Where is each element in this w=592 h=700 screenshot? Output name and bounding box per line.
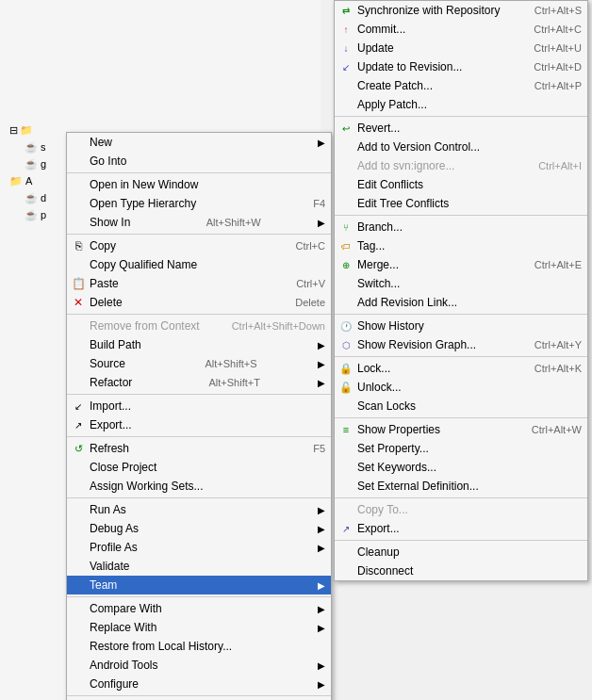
menu-item-paste[interactable]: 📋 Paste Ctrl+V — [67, 274, 331, 293]
menu-item-create-patch[interactable]: Create Patch... Ctrl+Alt+P — [335, 76, 587, 95]
menu-label: Paste — [90, 277, 119, 290]
menu-label: Profile As — [90, 541, 138, 554]
menu-label: Set External Definition... — [357, 480, 479, 493]
menu-item-copy[interactable]: ⎘ Copy Ctrl+C — [67, 236, 331, 255]
menu-label: Add to Version Control... — [357, 140, 480, 154]
menu-label: Switch... — [357, 277, 400, 290]
menu-item-update-revision[interactable]: ↙ Update to Revision... Ctrl+Alt+D — [335, 57, 587, 76]
menu-item-cleanup[interactable]: Cleanup — [335, 543, 587, 562]
menu-item-delete[interactable]: ✕ Delete Delete — [67, 293, 331, 312]
menu-item-tag[interactable]: 🏷 Tag... — [335, 236, 587, 255]
menu-item-copy-to[interactable]: Copy To... — [335, 500, 587, 519]
menu-item-refresh[interactable]: ↺ Refresh F5 — [67, 439, 331, 458]
submenu-arrow: ▶ — [318, 580, 325, 591]
shortcut: Ctrl+Alt+P — [516, 80, 582, 91]
menu-item-run-as[interactable]: Run As ▶ — [67, 500, 331, 519]
menu-item-add-revision-link[interactable]: Add Revision Link... — [335, 293, 587, 312]
branch-icon: ⑂ — [338, 220, 354, 235]
menu-label: Copy To... — [357, 503, 408, 516]
menu-item-configure[interactable]: Configure ▶ — [67, 675, 331, 693]
menu-item-import[interactable]: ↙ Import... — [67, 397, 331, 415]
menu-label: Copy — [90, 239, 116, 252]
menu-item-branch[interactable]: ⑂ Branch... — [335, 218, 587, 236]
menu-item-show-revision-graph[interactable]: ⬡ Show Revision Graph... Ctrl+Alt+Y — [335, 335, 587, 354]
shortcut: F4 — [294, 198, 325, 209]
menu-item-team[interactable]: Team ▶ — [67, 576, 331, 594]
remove-icon — [71, 318, 86, 334]
menu-item-set-keywords[interactable]: Set Keywords... — [335, 458, 587, 477]
menu-item-unlock[interactable]: 🔓 Unlock... — [335, 378, 587, 397]
menu-item-restore-local[interactable]: Restore from Local History... — [67, 637, 331, 656]
menu-item-compare-with[interactable]: Compare With ▶ — [67, 599, 331, 618]
menu-item-source[interactable]: Source Alt+Shift+S ▶ — [67, 354, 331, 373]
menu-item-revert[interactable]: ↩ Revert... — [335, 119, 587, 138]
menu-item-copy-qualified[interactable]: Copy Qualified Name — [67, 255, 331, 274]
menu-label: Apply Patch... — [357, 98, 427, 111]
shortcut: Ctrl+Alt+U — [515, 42, 582, 54]
menu-item-show-history[interactable]: 🕐 Show History — [335, 317, 587, 335]
separator — [67, 596, 331, 597]
shortcut: Delete — [276, 297, 325, 308]
menu-item-remove-context[interactable]: Remove from Context Ctrl+Alt+Shift+Down — [67, 317, 331, 335]
separator — [67, 172, 331, 173]
menu-item-replace-with[interactable]: Replace With ▶ — [67, 618, 331, 637]
menu-item-show-properties[interactable]: ≡ Show Properties Ctrl+Alt+W — [335, 420, 587, 439]
shortcut: Ctrl+C — [277, 240, 325, 252]
menu-item-open-type-hierarchy[interactable]: Open Type Hierarchy F4 — [67, 194, 331, 213]
menu-item-show-in[interactable]: Show In Alt+Shift+W ▶ — [67, 213, 331, 232]
menu-item-apply-patch[interactable]: Apply Patch... — [335, 95, 587, 114]
menu-item-export-right[interactable]: ↗ Export... — [335, 519, 587, 538]
menu-label: Open Type Hierarchy — [90, 197, 196, 210]
shortcut: Ctrl+Alt+W — [513, 424, 582, 435]
menu-item-build-path[interactable]: Build Path ▶ — [67, 335, 331, 354]
menu-label: Show In — [90, 216, 130, 229]
menu-item-refactor[interactable]: Refactor Alt+Shift+T ▶ — [67, 373, 331, 392]
menu-item-disconnect[interactable]: Disconnect — [335, 562, 587, 580]
menu-item-validate[interactable]: Validate — [67, 557, 331, 576]
menu-item-open-new-window[interactable]: Open in New Window — [67, 175, 331, 194]
import-icon: ↙ — [71, 399, 86, 414]
menu-label: Refactor — [90, 376, 132, 389]
menu-item-add-svn-ignore[interactable]: Add to svn:ignore... Ctrl+Alt+I — [335, 156, 587, 175]
menu-label: Compare With — [90, 602, 162, 615]
menu-item-android-tools[interactable]: Android Tools ▶ — [67, 656, 331, 675]
merge-icon: ⊕ — [338, 257, 354, 272]
shortcut: Ctrl+Alt+Shift+Down — [213, 320, 325, 332]
menu-label: Delete — [90, 296, 123, 309]
menu-item-lock[interactable]: 🔒 Lock... Ctrl+Alt+K — [335, 359, 587, 378]
menu-label: Open in New Window — [90, 178, 198, 191]
menu-item-commit[interactable]: ↑ Commit... Ctrl+Alt+C — [335, 20, 587, 39]
menu-item-update[interactable]: ↓ Update Ctrl+Alt+U — [335, 39, 587, 57]
refresh-icon: ↺ — [71, 441, 86, 456]
project-tree: ⊟ 📁 ☕s ☕g 📁A ☕d ☕p — [9, 122, 73, 224]
menu-label: Android Tools — [90, 659, 158, 672]
menu-label: Set Property... — [357, 442, 429, 455]
shortcut: Ctrl+V — [277, 278, 325, 289]
export-icon: ↗ — [71, 417, 86, 432]
graph-icon: ⬡ — [338, 337, 354, 352]
menu-item-add-vc[interactable]: Add to Version Control... — [335, 138, 587, 156]
menu-item-export[interactable]: ↗ Export... — [67, 415, 331, 434]
shortcut: Ctrl+Alt+D — [515, 61, 582, 73]
menu-item-debug-as[interactable]: Debug As ▶ — [67, 519, 331, 538]
menu-item-assign-working-sets[interactable]: Assign Working Sets... — [67, 477, 331, 496]
menu-item-new[interactable]: New ▶ — [67, 133, 331, 152]
menu-item-go-into[interactable]: Go Into — [67, 152, 331, 171]
menu-item-sync-repo[interactable]: ⇄ Synchronize with Repository Ctrl+Alt+S — [335, 1, 587, 20]
revert-icon: ↩ — [338, 121, 354, 136]
menu-label: Add Revision Link... — [357, 296, 457, 309]
menu-item-close-project[interactable]: Close Project — [67, 458, 331, 477]
separator — [335, 417, 587, 418]
separator — [335, 215, 587, 216]
menu-item-set-property[interactable]: Set Property... — [335, 439, 587, 458]
menu-item-switch[interactable]: Switch... — [335, 274, 587, 293]
menu-item-merge[interactable]: ⊕ Merge... Ctrl+Alt+E — [335, 255, 587, 274]
menu-item-set-external-def[interactable]: Set External Definition... — [335, 477, 587, 496]
menu-item-scan-locks[interactable]: Scan Locks — [335, 397, 587, 415]
commit-icon: ↑ — [338, 22, 354, 37]
menu-item-profile-as[interactable]: Profile As ▶ — [67, 538, 331, 557]
menu-label: Restore from Local History... — [90, 640, 232, 653]
menu-item-edit-tree-conflicts[interactable]: Edit Tree Conflicts — [335, 194, 587, 213]
menu-item-edit-conflicts[interactable]: Edit Conflicts — [335, 175, 587, 194]
menu-label: Build Path — [90, 338, 141, 351]
